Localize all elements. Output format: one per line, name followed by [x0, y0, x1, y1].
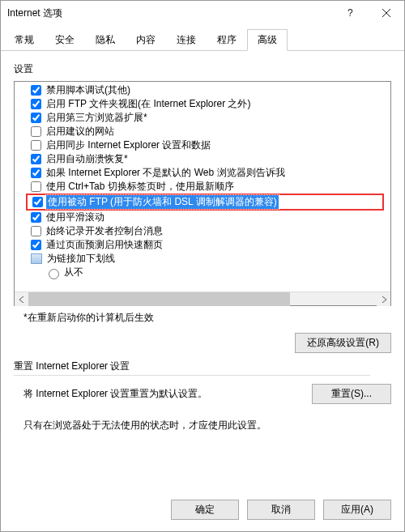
highlight-box: 使用被动 FTP (用于防火墙和 DSL 调制解调器的兼容)	[26, 194, 384, 211]
setting-label: 如果 Internet Explorer 不是默认的 Web 浏览器则告诉我	[45, 166, 287, 180]
restore-advanced-button[interactable]: 还原高级设置(R)	[295, 333, 391, 353]
horizontal-scrollbar[interactable]	[15, 292, 390, 305]
setting-label: 启用建议的网站	[45, 125, 116, 138]
setting-label: 禁用脚本调试(其他)	[45, 83, 132, 97]
setting-checkbox[interactable]	[32, 197, 43, 207]
chevron-right-icon	[381, 296, 387, 303]
setting-label: 启用自动崩溃恢复*	[45, 152, 130, 166]
setting-label: 启用同步 Internet Explorer 设置和数据	[45, 138, 212, 152]
scroll-thumb[interactable]	[28, 292, 290, 306]
reset-description: 将 Internet Explorer 设置重置为默认设置。	[23, 387, 312, 401]
setting-label: 通过页面预测启用快速翻页	[45, 238, 164, 252]
tab-content[interactable]: 内容	[126, 29, 166, 51]
setting-label: 启用 FTP 文件夹视图(在 Internet Explorer 之外)	[45, 97, 253, 111]
tab-advanced[interactable]: 高级	[247, 29, 288, 51]
restart-note: *在重新启动你的计算机后生效	[23, 311, 391, 325]
tab-general[interactable]: 常规	[4, 29, 45, 51]
reset-note: 只有在浏览器处于无法使用的状态时，才应使用此设置。	[23, 419, 331, 432]
chevron-left-icon	[19, 296, 25, 303]
setting-label: 从不	[62, 266, 85, 279]
scroll-right-button[interactable]	[377, 292, 390, 306]
setting-checkbox[interactable]	[31, 99, 41, 109]
dialog-window: 服务器评测 服务器评测 w . i d c s p y . o r g - 国外…	[0, 0, 405, 532]
setting-checkbox[interactable]	[31, 212, 41, 223]
setting-label: 使用被动 FTP (用于防火墙和 DSL 调制解调器的兼容)	[46, 195, 279, 209]
setting-checkbox[interactable]	[31, 226, 41, 236]
cancel-button[interactable]: 取消	[247, 500, 315, 520]
setting-checkbox[interactable]	[31, 113, 41, 123]
setting-label: 使用平滑滚动	[45, 211, 106, 224]
scroll-track[interactable]	[28, 292, 377, 305]
setting-checkbox[interactable]	[31, 240, 41, 250]
tab-content-area: 设置 禁用脚本调试(其他) 启用 FTP 文件夹视图(在 Internet Ex…	[1, 51, 404, 487]
scroll-left-button[interactable]	[15, 292, 28, 306]
dialog-footer: 确定 取消 应用(A)	[1, 487, 404, 531]
setting-label: 始终记录开发者控制台消息	[45, 224, 164, 238]
settings-tree[interactable]: 禁用脚本调试(其他) 启用 FTP 文件夹视图(在 Internet Explo…	[14, 81, 391, 306]
setting-checkbox[interactable]	[31, 140, 41, 151]
setting-checkbox[interactable]	[31, 181, 41, 192]
help-icon: ?	[345, 8, 355, 18]
setting-checkbox[interactable]	[31, 168, 41, 178]
tab-programs[interactable]: 程序	[207, 29, 247, 51]
close-icon	[382, 9, 390, 17]
setting-checkbox[interactable]	[31, 154, 41, 164]
setting-checkbox[interactable]	[31, 85, 41, 96]
group-icon	[31, 253, 42, 264]
setting-label: 启用第三方浏览器扩展*	[45, 111, 149, 125]
ok-button[interactable]: 确定	[171, 500, 239, 520]
tab-bar: 常规 安全 隐私 内容 连接 程序 高级	[1, 28, 404, 51]
tab-privacy[interactable]: 隐私	[85, 29, 126, 51]
titlebar: Internet 选项 ?	[1, 1, 404, 25]
reset-section: 重置 Internet Explorer 设置 将 Internet Explo…	[14, 360, 391, 432]
setting-radio[interactable]	[49, 269, 59, 279]
tab-connections[interactable]: 连接	[166, 29, 207, 51]
dialog-title: Internet 选项	[7, 6, 62, 20]
apply-button[interactable]: 应用(A)	[323, 500, 391, 520]
help-button[interactable]: ?	[331, 1, 368, 25]
tab-security[interactable]: 安全	[45, 29, 85, 51]
close-button[interactable]	[368, 1, 404, 25]
reset-button[interactable]: 重置(S)...	[312, 384, 391, 404]
setting-label: 使用 Ctrl+Tab 切换标签页时，使用最新顺序	[45, 180, 236, 194]
svg-text:?: ?	[347, 8, 353, 18]
setting-group-label: 为链接加下划线	[45, 252, 117, 266]
reset-title: 重置 Internet Explorer 设置	[14, 360, 370, 376]
settings-label: 设置	[14, 62, 391, 76]
setting-checkbox[interactable]	[31, 126, 41, 137]
